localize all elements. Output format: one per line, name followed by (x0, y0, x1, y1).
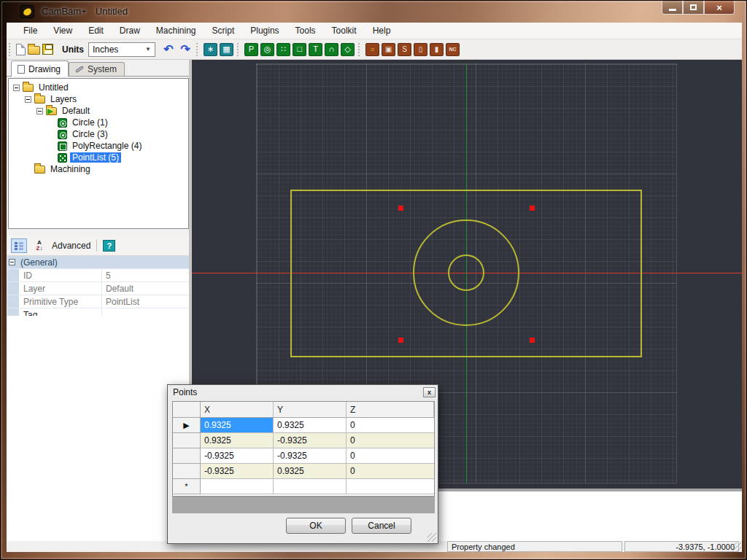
tree-item-machining[interactable]: Machining (9, 163, 188, 175)
property-row-layer[interactable]: LayerDefault (7, 282, 191, 295)
toolbar-grip[interactable] (196, 43, 200, 56)
property-row-id[interactable]: ID5 (7, 269, 191, 282)
dialog-close-button[interactable]: x (423, 387, 436, 397)
point-marker[interactable] (398, 338, 403, 343)
tree-expander-icon[interactable] (13, 85, 20, 91)
draw-polyline-icon[interactable]: P (244, 43, 258, 56)
toolbar-grip[interactable] (358, 43, 362, 56)
tree-item-circle-1-[interactable]: Circle (1) (9, 117, 188, 128)
point-marker[interactable] (530, 206, 535, 211)
snap-grid-icon[interactable]: ▦ (220, 43, 233, 56)
profile-op-icon[interactable]: ○ (365, 43, 379, 56)
draw-surface-icon[interactable]: ◇ (341, 43, 355, 56)
table-row[interactable]: -0.93250.93250 (173, 464, 434, 479)
column-header-x[interactable]: X (201, 402, 274, 418)
tree-expander-icon[interactable] (36, 108, 43, 114)
ok-button[interactable]: OK (286, 518, 346, 534)
redo-icon[interactable]: ↷ (178, 42, 193, 56)
row-header[interactable] (173, 433, 201, 448)
point-marker[interactable] (398, 206, 403, 211)
table-new-row[interactable]: * (173, 479, 434, 494)
table-cell[interactable] (274, 479, 347, 494)
table-cell[interactable]: -0.9325 (274, 448, 347, 464)
window-resize-grip[interactable] (732, 542, 741, 551)
draw-pointlist-icon[interactable]: ∷ (276, 43, 290, 56)
tree-item-pointlist-5-[interactable]: PointList (5) (9, 152, 188, 163)
help-icon[interactable]: ? (103, 240, 115, 252)
toolbar-grip[interactable] (9, 43, 12, 56)
points-dialog-title[interactable]: Points (168, 385, 438, 400)
menu-toolkit[interactable]: Toolkit (324, 23, 365, 38)
tab-drawing[interactable]: Drawing (11, 61, 69, 77)
draw-circle-icon[interactable]: ◎ (260, 43, 274, 56)
maximize-button[interactable] (683, 1, 704, 15)
tree-item-layers[interactable]: Layers (9, 93, 188, 105)
menu-view[interactable]: View (45, 23, 80, 38)
title-bar[interactable]: CamBam+Untitled × (1, 1, 747, 23)
close-button[interactable]: × (704, 1, 735, 15)
minimize-button[interactable] (662, 1, 683, 15)
circle-shape[interactable] (414, 220, 519, 325)
table-cell[interactable] (201, 479, 274, 494)
save-file-icon[interactable] (42, 44, 53, 55)
property-label[interactable]: ID (19, 269, 102, 281)
menu-help[interactable]: Help (365, 23, 399, 38)
table-cell[interactable]: 0 (347, 464, 434, 479)
property-value[interactable]: PointList (102, 295, 191, 308)
alphabetical-sort-button[interactable]: AZ↓ (31, 238, 47, 253)
undo-icon[interactable]: ↶ (161, 42, 176, 56)
table-cell[interactable]: 0.9325 (274, 418, 347, 433)
pocket-op-icon[interactable]: ▣ (382, 43, 395, 56)
tree-item-polyrectangle-4-[interactable]: PolyRectangle (4) (9, 140, 188, 152)
snap-points-icon[interactable]: ∗ (204, 43, 217, 56)
table-cell[interactable]: 0 (347, 418, 434, 433)
table-cell[interactable]: -0.9325 (201, 464, 274, 479)
tab-system[interactable]: System (69, 62, 125, 76)
collapse-icon[interactable] (9, 259, 15, 265)
cancel-button[interactable]: Cancel (352, 518, 411, 534)
table-cell[interactable]: 0.9325 (201, 418, 274, 433)
property-value[interactable]: Default (102, 282, 191, 295)
draw-arc-icon[interactable]: ∩ (325, 43, 338, 56)
menu-draw[interactable]: Draw (112, 23, 148, 38)
table-row[interactable]: 0.9325-0.93250 (173, 433, 434, 448)
tree-item-untitled[interactable]: Untitled (9, 82, 188, 93)
table-cell[interactable]: -0.9325 (274, 433, 347, 448)
toolbar-grip[interactable] (237, 43, 241, 56)
point-marker[interactable] (530, 338, 535, 343)
polyrectangle-shape[interactable] (291, 190, 641, 357)
tree-item-default[interactable]: Default (9, 105, 188, 117)
row-header[interactable] (173, 448, 201, 464)
row-header[interactable]: ▶ (173, 418, 201, 433)
property-label[interactable]: Layer (19, 282, 102, 295)
table-cell[interactable]: 0.9325 (201, 433, 274, 448)
row-header[interactable]: * (173, 479, 201, 494)
row-header[interactable] (173, 464, 201, 479)
property-value[interactable]: 5 (102, 269, 191, 281)
engrave-op-icon[interactable]: S (398, 43, 411, 56)
new-file-icon[interactable] (16, 44, 26, 55)
menu-machining[interactable]: Machining (148, 23, 204, 38)
column-header-y[interactable]: Y (274, 402, 347, 418)
menu-edit[interactable]: Edit (80, 23, 112, 38)
draw-rectangle-icon[interactable]: □ (293, 43, 306, 56)
dialog-resize-grip[interactable] (427, 533, 436, 542)
tree-item-circle-3-[interactable]: Circle (3) (9, 128, 188, 140)
table-cell[interactable]: 0 (347, 433, 434, 448)
menu-script[interactable]: Script (204, 23, 243, 38)
property-category--general-[interactable]: (General) (7, 256, 191, 269)
table-row[interactable]: -0.9325-0.93250 (173, 448, 434, 464)
gcode-icon[interactable]: NC (446, 43, 460, 56)
tree-expander-icon[interactable] (25, 96, 31, 103)
property-label[interactable]: Primitive Type (19, 295, 102, 308)
menu-file[interactable]: File (15, 23, 45, 38)
menu-plugins[interactable]: Plugins (242, 23, 287, 38)
drill-op-icon[interactable]: ▯ (414, 43, 427, 56)
column-header-z[interactable]: Z (347, 402, 434, 418)
property-row-primitive-type[interactable]: Primitive TypePointList (7, 295, 191, 308)
table-cell[interactable]: -0.9325 (201, 448, 274, 464)
draw-text-icon[interactable]: T (309, 43, 322, 56)
categorized-view-button[interactable] (11, 238, 27, 253)
table-cell[interactable]: 0 (347, 448, 434, 464)
units-dropdown[interactable]: Inches ▼ (88, 42, 155, 57)
